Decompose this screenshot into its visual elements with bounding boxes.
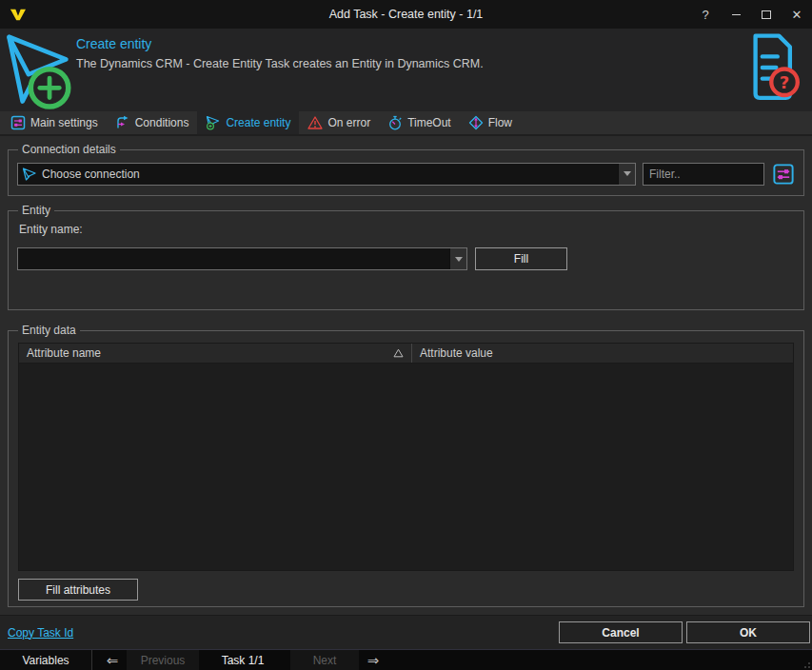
attributes-table: Attribute name Attribute value <box>18 343 794 571</box>
help-button[interactable]: ? <box>690 0 721 29</box>
maximize-icon <box>762 10 771 19</box>
connection-combobox[interactable]: Choose connection <box>17 163 636 186</box>
task-header: Create entity The Dynamics CRM - Create … <box>0 29 812 111</box>
window-controls: ? ✕ <box>690 0 812 29</box>
ok-button[interactable]: OK <box>686 621 810 643</box>
connection-plane-icon <box>22 167 37 182</box>
entity-group-label: Entity <box>18 204 54 217</box>
entity-dropdown-arrow[interactable] <box>449 248 466 269</box>
warning-triangle-icon <box>307 115 323 130</box>
dialog-footer: Copy Task Id Cancel OK <box>0 615 812 649</box>
close-button[interactable]: ✕ <box>782 0 812 29</box>
attributes-table-body <box>19 364 793 570</box>
entity-data-label: Entity data <box>18 324 80 337</box>
task-description: The Dynamics CRM - Create Entity Task cr… <box>76 57 812 70</box>
tab-label: On error <box>327 116 370 129</box>
entity-data-group: Entity data Attribute name Attribute val… <box>8 324 804 607</box>
entity-name-label: Entity name: <box>19 223 795 236</box>
tab-label: Flow <box>488 116 512 129</box>
cancel-button[interactable]: Cancel <box>559 621 683 643</box>
tab-create-entity[interactable]: Create entity <box>197 111 299 134</box>
task-title: Create entity <box>76 36 812 51</box>
tab-label: Conditions <box>135 116 189 129</box>
resize-grip[interactable] <box>802 660 811 669</box>
task-tab-strip: Main settings Conditions Create entity <box>0 111 812 136</box>
column-header-attribute-name[interactable]: Attribute name <box>19 344 411 363</box>
tab-conditions[interactable]: Conditions <box>107 111 198 134</box>
current-task-tab[interactable]: Task 1/1 <box>214 650 271 670</box>
next-arrow-icon[interactable]: ⇒ <box>359 650 387 670</box>
entity-name-combobox[interactable] <box>17 247 467 270</box>
minimize-icon <box>732 14 741 15</box>
tab-main-settings[interactable]: Main settings <box>2 111 107 134</box>
connection-details-group: Connection details Choose connection <box>8 143 804 196</box>
caret-down-icon <box>455 257 463 262</box>
manage-connections-button[interactable] <box>771 162 795 186</box>
minimize-button[interactable] <box>721 0 751 29</box>
tab-content: Connection details Choose connection <box>0 136 812 615</box>
connection-combobox-value: Choose connection <box>42 168 618 181</box>
dialog-buttons: Cancel OK <box>559 621 810 643</box>
task-header-text: Create entity The Dynamics CRM - Create … <box>76 29 812 111</box>
connection-filter-input[interactable] <box>643 163 764 186</box>
fill-button[interactable]: Fill <box>475 247 567 270</box>
paper-plane-plus-icon <box>206 115 221 130</box>
app-logo-icon <box>9 7 28 22</box>
entity-group: Entity Entity name: Fill <box>8 204 804 310</box>
attributes-table-header: Attribute name Attribute value <box>19 344 793 364</box>
sort-ascending-icon <box>393 348 404 358</box>
stopwatch-icon <box>387 115 403 130</box>
previous-task-button[interactable]: Previous <box>127 650 199 670</box>
branch-arrow-icon <box>115 115 130 130</box>
connection-dropdown-arrow[interactable] <box>618 164 635 185</box>
connection-details-label: Connection details <box>18 143 120 156</box>
add-task-dialog: Add Task - Create entity - 1/1 ? ✕ Creat… <box>0 0 812 670</box>
bottom-navigation-bar: Variables ⇐ Previous Task 1/1 Next ⇒ <box>0 649 812 670</box>
caret-down-icon <box>624 171 631 176</box>
column-label: Attribute name <box>27 346 101 360</box>
tab-label: Create entity <box>226 116 290 129</box>
svg-text:?: ? <box>780 72 790 92</box>
create-entity-task-icon <box>0 29 76 111</box>
tab-label: Main settings <box>30 116 98 129</box>
tab-timeout[interactable]: TimeOut <box>379 111 460 134</box>
maximize-button[interactable] <box>751 0 782 29</box>
next-task-button[interactable]: Next <box>290 650 359 670</box>
documentation-help-icon: ? <box>744 32 800 106</box>
diamond-flow-icon <box>468 115 484 130</box>
tab-on-error[interactable]: On error <box>299 111 379 134</box>
variables-tab[interactable]: Variables <box>0 650 92 670</box>
tab-flow[interactable]: Flow <box>460 111 521 134</box>
settings-sliders-icon <box>773 164 794 185</box>
column-header-attribute-value[interactable]: Attribute value <box>411 344 793 363</box>
previous-arrow-icon[interactable]: ⇐ <box>98 650 127 670</box>
title-bar: Add Task - Create entity - 1/1 ? ✕ <box>0 0 812 29</box>
column-label: Attribute value <box>420 346 493 360</box>
settings-sliders-icon <box>10 115 26 130</box>
fill-attributes-button[interactable]: Fill attributes <box>18 579 138 601</box>
copy-task-id-link[interactable]: Copy Task Id <box>8 626 73 640</box>
tab-label: TimeOut <box>407 116 451 129</box>
